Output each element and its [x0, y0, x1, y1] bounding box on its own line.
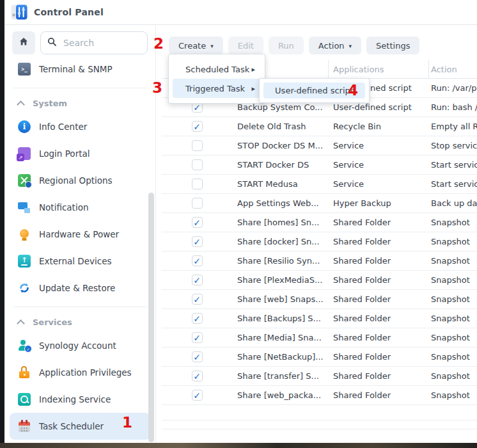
action-cell: Snapshot: [429, 218, 477, 227]
applications-cell: Shared Folder: [329, 256, 429, 266]
action-cell: Stop servic: [429, 141, 477, 150]
search-input[interactable]: [62, 37, 141, 49]
table-row[interactable]: STOP Docker DS M...ServiceStop servic: [162, 136, 477, 156]
checkbox-unchecked[interactable]: [192, 198, 203, 209]
task-name-cell: Share [PlexMediaS...: [232, 275, 329, 285]
menu-item-label: Scheduled Task: [185, 65, 249, 74]
sidebar: >_Terminal & SNMPSystemiInfo Center↗Logi…: [4, 25, 156, 443]
checkbox-checked[interactable]: ✓: [192, 294, 203, 305]
control-panel-icon: [11, 4, 27, 20]
table-row[interactable]: ✓Share [Media] Sna...Shared FolderSnapsh…: [162, 328, 477, 348]
button-label: Edit: [238, 41, 254, 51]
row-checkbox-cell: [162, 198, 232, 209]
row-checkbox-cell: ✓: [162, 275, 232, 285]
table-row[interactable]: ✓Share [NetBackup]...Shared FolderSnapsh…: [162, 348, 477, 367]
table-row[interactable]: ✓Share [web_packa...Shared FolderSnapsho…: [162, 386, 477, 405]
sidebar-item-label: Info Center: [39, 122, 87, 132]
settings-button[interactable]: Settings: [366, 36, 419, 54]
sidebar-top: [4, 31, 155, 54]
table-row[interactable]: ✓Share [Backups] S...Shared FolderSnapsh…: [162, 309, 477, 328]
empty-row-line: [162, 405, 477, 420]
sidebar-item-indexing-service[interactable]: Indexing Service: [10, 386, 150, 413]
checkbox-checked[interactable]: ✓: [192, 217, 203, 228]
table-row[interactable]: ✓Share [transfer] S...Shared FolderSnaps…: [162, 367, 477, 386]
row-checkbox-cell: ✓: [162, 236, 232, 247]
indexing-service-icon: [18, 393, 31, 406]
submenu-arrow-icon: ▸: [251, 84, 255, 93]
empty-row-line: [162, 420, 477, 429]
sidebar-item-login-portal[interactable]: ↗Login Portal: [10, 140, 150, 167]
table-body: ✓User-defined scriptRun: /var/p✓Backup S…: [162, 79, 477, 405]
table-row[interactable]: START MedusaServiceStart servic: [162, 175, 477, 194]
synology-account-icon: ✓: [18, 339, 31, 352]
applications-cell: Shared Folder: [329, 371, 429, 381]
application-privileges-icon: [18, 366, 31, 379]
checkbox-unchecked[interactable]: [192, 140, 203, 151]
checkbox-checked[interactable]: ✓: [192, 275, 203, 285]
button-label: Create: [178, 41, 206, 51]
table-row[interactable]: ✓Delete Old TrashRecycle BinEmpty all R: [162, 117, 477, 136]
checkbox-checked[interactable]: ✓: [192, 390, 203, 401]
sidebar-item-update-restore[interactable]: Update & Restore: [10, 275, 150, 301]
sidebar-scrollbar[interactable]: [148, 193, 154, 442]
run-button: Run: [269, 36, 304, 54]
sidebar-item-hardware-power[interactable]: Hardware & Power: [10, 221, 150, 248]
external-devices-icon: ↑: [18, 255, 31, 268]
sidebar-divider: [4, 83, 155, 93]
row-checkbox-cell: ✓: [162, 332, 232, 343]
checkbox-checked[interactable]: ✓: [192, 332, 203, 343]
task-name-cell: Share [docker] Sn...: [232, 237, 329, 246]
action-cell: Empty all R: [429, 122, 477, 131]
task-scheduler-icon: [18, 420, 31, 433]
sidebar-item-external-devices[interactable]: ↑External Devices: [10, 248, 150, 275]
checkbox-checked[interactable]: ✓: [192, 351, 203, 362]
table-row[interactable]: ✓Share [docker] Sn...Shared FolderSnapsh…: [162, 232, 477, 252]
create-button[interactable]: Create▾: [169, 36, 223, 54]
checkbox-checked[interactable]: ✓: [192, 255, 203, 266]
table-row[interactable]: ✓Share [homes] Sn...Shared FolderSnapsho…: [162, 213, 477, 232]
checkbox-checked[interactable]: ✓: [192, 371, 203, 381]
applications-cell: User-defined script: [329, 102, 429, 112]
row-checkbox-cell: ✓: [162, 313, 232, 324]
task-name-cell: Share [transfer] S...: [232, 371, 329, 381]
action-cell: Run: bash /: [429, 102, 477, 112]
applications-cell: Recycle Bin: [329, 122, 429, 131]
hardware-power-icon: [18, 228, 31, 241]
sidebar-item-terminal[interactable]: >_Terminal & SNMP: [10, 56, 150, 83]
search-box[interactable]: [40, 31, 148, 54]
sidebar-item-info-center[interactable]: iInfo Center: [10, 113, 150, 140]
sidebar-item-notification[interactable]: Notification: [10, 194, 150, 221]
home-icon: [19, 36, 29, 49]
header-action[interactable]: Action: [429, 65, 477, 74]
sidebar-nav: >_Terminal & SNMPSystemiInfo Center↗Logi…: [4, 56, 155, 440]
action-cell: Snapshot: [429, 390, 477, 400]
table-row[interactable]: ✓Share [Resilio Syn...Shared FolderSnaps…: [162, 252, 477, 271]
home-button[interactable]: [12, 31, 35, 54]
create-dropdown-menu: Scheduled Task▸Triggered Task▸: [168, 54, 265, 104]
sidebar-section-services[interactable]: Services: [4, 312, 155, 332]
applications-cell: Shared Folder: [329, 314, 429, 323]
table-row[interactable]: ✓Share [web] Snaps...Shared FolderSnapsh…: [162, 290, 477, 309]
checkbox-unchecked[interactable]: [192, 159, 203, 170]
sidebar-item-application-privileges[interactable]: Application Privileges: [10, 359, 150, 386]
header-applications[interactable]: Applications: [329, 60, 429, 78]
sidebar-item-synology-account[interactable]: ✓Synology Account: [10, 332, 150, 359]
sidebar-item-regional-options[interactable]: Regional Options: [10, 167, 150, 194]
checkbox-checked[interactable]: ✓: [192, 121, 203, 132]
menu-item-triggered-task[interactable]: Triggered Task▸: [173, 79, 261, 98]
task-name-cell: App Settings Web...: [232, 198, 329, 208]
task-name-cell: START Medusa: [232, 179, 329, 189]
table-row[interactable]: App Settings Web...Hyper BackupBack up d…: [162, 194, 477, 213]
action-cell: Snapshot: [429, 237, 477, 246]
checkbox-checked[interactable]: ✓: [192, 236, 203, 247]
table-row[interactable]: ✓Share [PlexMediaS...Shared FolderSnapsh…: [162, 271, 477, 290]
menu-item-scheduled-task[interactable]: Scheduled Task▸: [173, 60, 261, 79]
applications-cell: Shared Folder: [329, 237, 429, 246]
action-button[interactable]: Action▾: [309, 36, 361, 54]
sidebar-item-label: Notification: [39, 202, 88, 212]
checkbox-unchecked[interactable]: [192, 179, 203, 189]
table-row[interactable]: START Docker DSServiceStart servic: [162, 156, 477, 175]
sidebar-section-system[interactable]: System: [4, 93, 155, 113]
checkbox-checked[interactable]: ✓: [192, 313, 203, 324]
button-label: Run: [278, 41, 294, 51]
